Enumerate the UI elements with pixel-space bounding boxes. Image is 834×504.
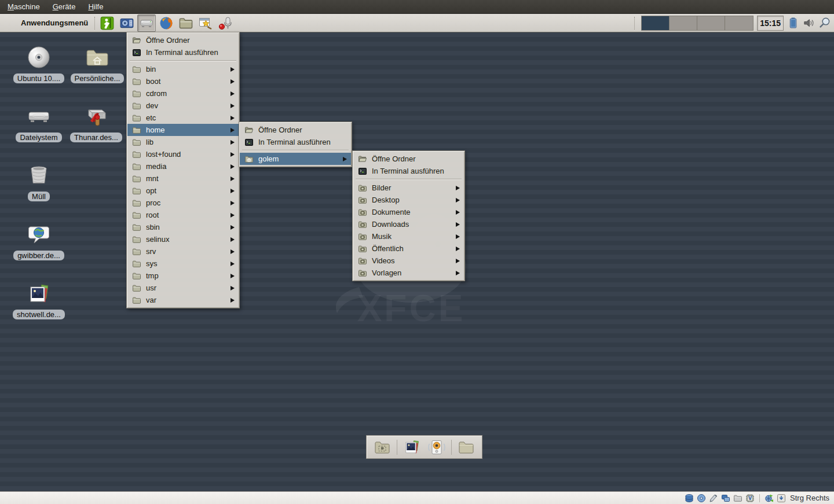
statusbar-shared-folder[interactable]: [733, 494, 742, 503]
desktop-icon-1[interactable]: Ubuntu 10....: [11, 45, 67, 83]
places-root-menu-item-usr[interactable]: usr: [127, 282, 239, 294]
desktop-icon-6[interactable]: gwibber.de...: [11, 222, 67, 260]
workspace-pager[interactable]: [641, 16, 753, 31]
sound-recorder-icon: [218, 16, 233, 31]
workspace-cell-2[interactable]: [670, 16, 697, 30]
places-root-menu-item-selinux[interactable]: selinux: [127, 233, 239, 245]
launcher-firefox-browser[interactable]: [157, 14, 175, 32]
dock-file-folder[interactable]: [456, 437, 477, 457]
launcher-appearance-settings[interactable]: [196, 14, 215, 32]
home-submenu-action-2[interactable]: In Terminal ausführen: [240, 136, 351, 148]
workspace-cell-3[interactable]: [697, 16, 725, 30]
desktop-icon-5[interactable]: Müll: [11, 163, 67, 201]
home-submenu-action-1[interactable]: Öffne Ordner: [240, 124, 351, 136]
launcher-file-manager[interactable]: [177, 14, 195, 32]
golem-submenu-item-Desktop[interactable]: Desktop: [353, 194, 464, 206]
places-root-menu-item-srv[interactable]: srv: [127, 245, 239, 257]
folder-icon: [132, 65, 141, 74]
golem-submenu-item-Vorlagen[interactable]: Vorlagen: [353, 267, 464, 279]
folder-icon: [132, 101, 141, 111]
workspace-cell-1[interactable]: [642, 16, 670, 30]
dock-separator: [451, 440, 452, 455]
vbox-menu-maschine[interactable]: Maschine: [1, 1, 46, 13]
dock-desktop-folder[interactable]: [372, 437, 393, 457]
menu-item-label: usr: [146, 284, 226, 292]
home-submenu-item-golem[interactable]: golem: [240, 153, 351, 165]
places-root-menu-item-etc[interactable]: etc: [127, 112, 239, 124]
golem-submenu-item-Dokumente[interactable]: Dokumente: [353, 206, 464, 218]
folder-videos-icon: [358, 256, 367, 266]
places-root-menu-item-proc[interactable]: proc: [127, 197, 239, 209]
workspace-cell-4[interactable]: [725, 16, 753, 30]
places-root-menu-item-mnt[interactable]: mnt: [127, 172, 239, 185]
tray-display-magnifier[interactable]: [818, 17, 831, 29]
vbox-menu-geräte[interactable]: Geräte: [46, 1, 82, 13]
menu-item-label: srv: [146, 247, 226, 256]
desktop-icon-2[interactable]: Persönliche...: [70, 45, 125, 83]
applications-menu-label: Anwendungsmenü: [21, 19, 88, 27]
places-root-menu-item-opt[interactable]: opt: [127, 185, 239, 197]
golem-submenu-item-Bilder[interactable]: Bilder: [353, 182, 464, 194]
submenu-arrow-icon: [231, 225, 235, 230]
submenu-arrow-icon: [231, 116, 235, 120]
menu-item-label: media: [146, 162, 226, 171]
golem-submenu-action-1[interactable]: Öffne Ordner: [353, 153, 464, 165]
places-root-menu-item-bin[interactable]: bin: [127, 63, 239, 75]
vbox-menu-hilfe[interactable]: Hilfe: [82, 1, 109, 13]
statusbar-features-chip[interactable]: V: [745, 494, 755, 503]
desktop-icon-3[interactable]: Dateiystem: [11, 104, 67, 142]
dock-music-player[interactable]: [426, 437, 447, 457]
home-submenu: Öffne OrdnerIn Terminal ausführengolem: [239, 122, 352, 167]
menu-item-label: proc: [146, 198, 226, 207]
statusbar-hard-disk[interactable]: [685, 494, 694, 503]
submenu-arrow-icon: [231, 152, 235, 157]
menu-action-label: Öffne Ordner: [372, 154, 460, 163]
folder-music-icon: [358, 232, 367, 241]
tray-battery[interactable]: [787, 17, 799, 29]
desktop-icon-4[interactable]: Thunar.des...: [68, 104, 124, 142]
places-root-menu-item-home[interactable]: home: [127, 124, 239, 136]
menu-item-label: var: [146, 296, 226, 304]
golem-submenu-action-2[interactable]: In Terminal ausführen: [353, 165, 464, 177]
places-root-menu-action-1[interactable]: Öffne Ordner: [127, 34, 239, 46]
launcher-sound-recorder[interactable]: [216, 14, 235, 32]
statusbar-network[interactable]: [765, 494, 774, 503]
places-root-menu-item-lib[interactable]: lib: [127, 136, 239, 148]
places-root-menu-item-tmp[interactable]: tmp: [127, 270, 239, 282]
statusbar-host-key[interactable]: [777, 494, 786, 503]
submenu-arrow-icon: [456, 186, 460, 190]
menu-item-label: Videos: [372, 256, 451, 265]
golem-submenu-item-Videos[interactable]: Videos: [353, 255, 464, 267]
submenu-arrow-icon: [231, 79, 235, 84]
golem-submenu-item-Öffentlich[interactable]: Öffentlich: [353, 242, 464, 255]
golem-submenu-item-Downloads[interactable]: Downloads: [353, 218, 464, 230]
places-root-menu-item-lost+found[interactable]: lost+found: [127, 148, 239, 160]
panel-clock[interactable]: 15:15: [757, 16, 784, 31]
statusbar-optical-disk[interactable]: [697, 494, 706, 503]
tray-volume[interactable]: [803, 17, 815, 29]
statusbar-display[interactable]: [721, 494, 730, 503]
folder-icon: [132, 211, 141, 220]
statusbar-usb[interactable]: [709, 494, 718, 503]
places-root-menu-item-sys[interactable]: sys: [127, 257, 239, 270]
desktop-icon-7[interactable]: shotwell.de...: [11, 281, 67, 319]
places-root-menu-item-var[interactable]: var: [127, 294, 239, 306]
places-root-menu-item-sbin[interactable]: sbin: [127, 221, 239, 233]
places-root-menu-item-boot[interactable]: boot: [127, 75, 239, 87]
launcher-file-manager-places[interactable]: [137, 14, 156, 32]
launcher-logout[interactable]: [98, 14, 116, 32]
file-folder-icon: [458, 439, 475, 456]
menu-item-label: sbin: [146, 223, 226, 231]
terminal-icon: [132, 48, 141, 57]
places-root-menu-item-root[interactable]: root: [127, 209, 239, 221]
launcher-media-player[interactable]: [118, 14, 136, 32]
places-root-menu-action-2[interactable]: In Terminal ausführen: [127, 46, 239, 58]
places-root-menu-item-dev[interactable]: dev: [127, 100, 239, 112]
places-root-menu-item-cdrom[interactable]: cdrom: [127, 87, 239, 100]
menu-item-label: boot: [146, 77, 226, 86]
golem-submenu-item-Musik[interactable]: Musik: [353, 230, 464, 242]
submenu-arrow-icon: [231, 91, 235, 96]
applications-menu-button[interactable]: Anwendungsmenü: [2, 15, 92, 31]
dock-photo-manager[interactable]: [401, 437, 422, 457]
places-root-menu-item-media[interactable]: media: [127, 160, 239, 172]
